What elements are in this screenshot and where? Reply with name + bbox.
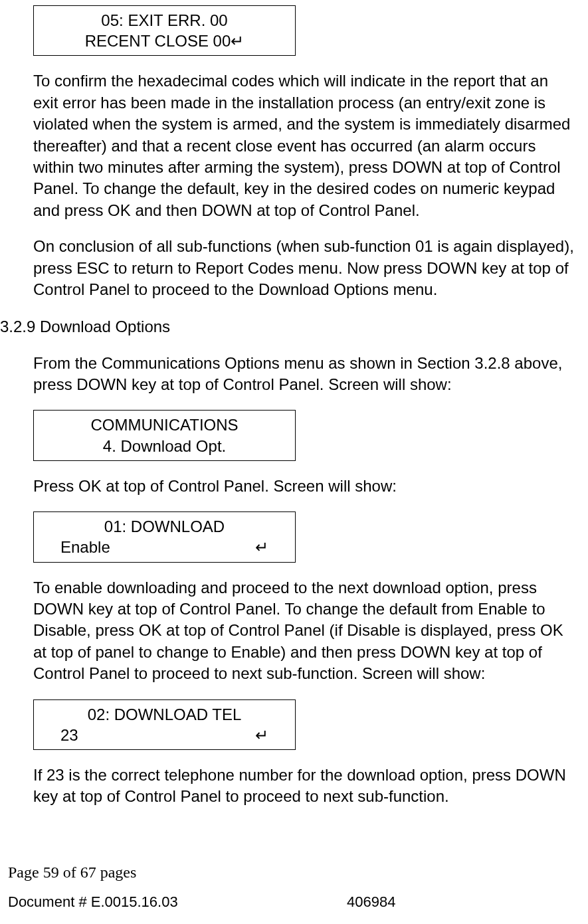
lcd-display-communications: COMMUNICATIONS 4. Download Opt. xyxy=(33,410,296,460)
enter-icon: ↵ xyxy=(255,725,268,745)
lcd-display-download: 01: DOWNLOAD Enable ↵ xyxy=(33,511,296,562)
lcd-left: Enable xyxy=(60,537,110,557)
lcd-line1: 01: DOWNLOAD xyxy=(42,516,287,537)
paragraph-enable-download: To enable downloading and proceed to the… xyxy=(33,577,575,685)
lcd-left: 23 xyxy=(60,725,78,745)
lcd-line1: 05: EXIT ERR. 00 xyxy=(42,10,287,31)
page-number: Page 59 of 67 pages xyxy=(8,862,580,883)
document-id: Document # E.0015.16.03 xyxy=(8,892,347,912)
lcd-display-download-tel: 02: DOWNLOAD TEL 23 ↵ xyxy=(33,699,296,750)
lcd-line2: RECENT CLOSE 00↵ xyxy=(42,31,287,51)
paragraph-conclusion: On conclusion of all sub-functions (when… xyxy=(33,236,575,300)
lcd-line2: 4. Download Opt. xyxy=(42,436,287,456)
lcd-line1: 02: DOWNLOAD TEL xyxy=(42,704,287,725)
lcd-display-exit-err: 05: EXIT ERR. 00 RECENT CLOSE 00↵ xyxy=(33,5,296,56)
paragraph-from-comms: From the Communications Options menu as … xyxy=(33,353,575,396)
paragraph-exit-err: To confirm the hexadecimal codes which w… xyxy=(33,70,575,221)
lcd-line1: COMMUNICATIONS xyxy=(42,415,287,435)
paragraph-telephone: If 23 is the correct telephone number fo… xyxy=(33,765,575,808)
enter-icon: ↵ xyxy=(255,537,268,557)
paragraph-press-ok: Press OK at top of Control Panel. Screen… xyxy=(33,476,575,497)
section-heading: 3.2.9Download Options xyxy=(0,316,575,337)
page-footer: Page 59 of 67 pages Document # E.0015.16… xyxy=(0,862,588,912)
section-number: 3.2.9 xyxy=(0,316,40,337)
section-title: Download Options xyxy=(40,318,170,335)
document-code: 406984 xyxy=(347,892,395,912)
